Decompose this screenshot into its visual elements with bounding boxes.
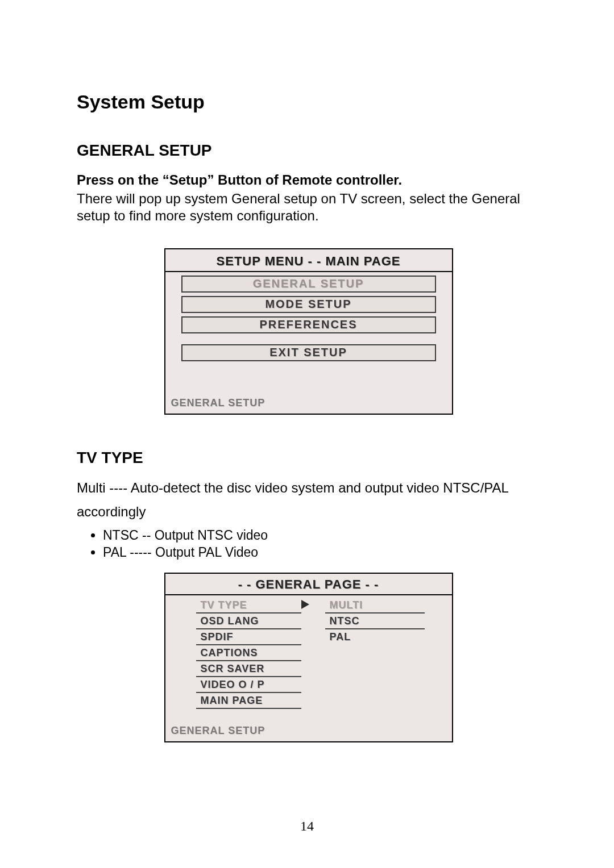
instruction-body: There will pop up system General setup o… — [77, 190, 540, 224]
instruction-bold: Press on the “Setup” Button of Remote co… — [77, 172, 540, 188]
triangle-right-icon — [301, 600, 309, 609]
section-heading-general-setup: GENERAL SETUP — [77, 141, 540, 160]
tv-type-bullet-list: NTSC -- Output NTSC videoPAL ----- Outpu… — [77, 527, 540, 561]
menu-item[interactable]: PREFERENCES — [181, 316, 436, 333]
menu-item[interactable]: MODE SETUP — [181, 296, 436, 313]
osd-screenshot-general-page: - - GENERAL PAGE - - TV TYPEOSD LANGSPDI… — [164, 573, 453, 742]
page-number: 14 — [0, 819, 614, 834]
menu-item[interactable]: OSD LANG — [196, 615, 301, 629]
menu-item[interactable]: VIDEO O / P — [196, 678, 301, 693]
menu-item[interactable]: MAIN PAGE — [196, 694, 301, 709]
section-heading-tv-type: TV TYPE — [77, 449, 540, 467]
menu-item[interactable]: TV TYPE — [196, 599, 301, 614]
osd-screenshot-main-page: SETUP MENU - - MAIN PAGE GENERAL SETUPMO… — [164, 248, 453, 415]
osd-title: - - GENERAL PAGE - - — [165, 574, 452, 594]
tv-type-accordingly: accordingly — [77, 503, 540, 520]
page-title: System Setup — [77, 91, 540, 113]
list-item: NTSC -- Output NTSC video — [103, 527, 540, 544]
menu-item[interactable]: SCR SAVER — [196, 662, 301, 677]
osd-title: SETUP MENU - - MAIN PAGE — [165, 249, 452, 271]
menu-option[interactable]: PAL — [325, 631, 425, 644]
manual-page: System Setup GENERAL SETUP Press on the … — [0, 0, 614, 868]
menu-item-exit-setup[interactable]: EXIT SETUP — [181, 344, 436, 361]
menu-item[interactable]: GENERAL SETUP — [181, 276, 436, 293]
menu-option[interactable]: NTSC — [325, 615, 425, 629]
osd-breadcrumb: GENERAL SETUP — [165, 713, 452, 741]
osd-breadcrumb: GENERAL SETUP — [165, 363, 452, 414]
menu-item[interactable]: SPDIF — [196, 631, 301, 645]
tv-type-multi-desc: Multi ---- Auto-detect the disc video sy… — [77, 479, 540, 496]
menu-option[interactable]: MULTI — [325, 599, 425, 614]
menu-item[interactable]: CAPTIONS — [196, 646, 301, 661]
list-item: PAL ----- Output PAL Video — [103, 544, 540, 561]
